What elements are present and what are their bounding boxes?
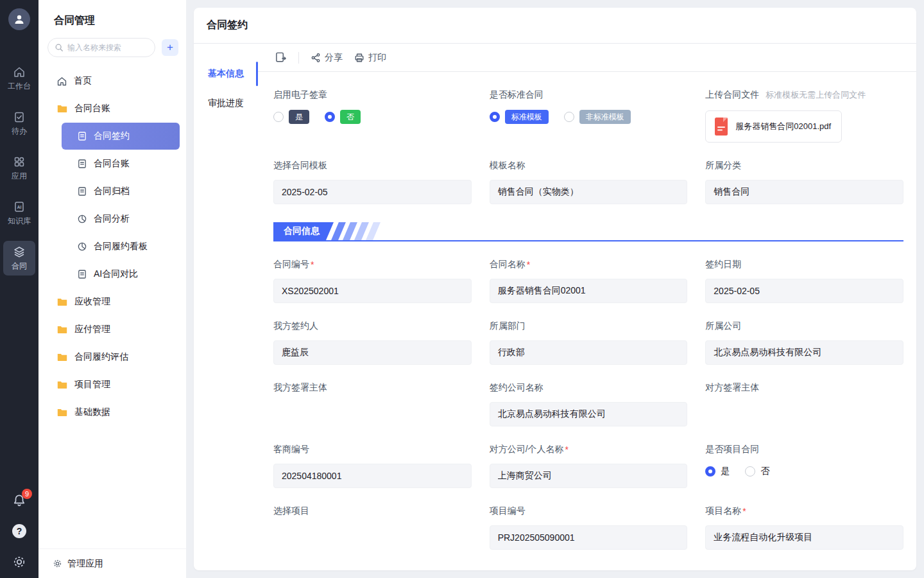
- contract-name-input[interactable]: [490, 279, 688, 303]
- section-contract-info: 合同信息: [273, 221, 903, 241]
- rail-item-apps[interactable]: 应用: [3, 151, 35, 186]
- radio-project-yes[interactable]: 是: [705, 466, 730, 477]
- sign-company-input[interactable]: [490, 402, 688, 426]
- share-icon: [311, 53, 321, 63]
- folder-icon: [56, 379, 68, 390]
- clipboard-check-icon: [13, 110, 26, 123]
- sidebar-item-base-data[interactable]: 基础数据: [45, 399, 180, 426]
- vertical-tabs: 基本信息 审批进度: [194, 44, 258, 570]
- sidebar-item-performance-board[interactable]: 合同履约看板: [62, 233, 180, 260]
- tab-approval-progress[interactable]: 审批进度: [194, 89, 258, 118]
- avatar[interactable]: [8, 8, 30, 30]
- sign-date-input[interactable]: [705, 279, 903, 303]
- toolbar-divider: [298, 52, 299, 64]
- department-input[interactable]: [490, 340, 688, 365]
- export-doc-button[interactable]: [275, 51, 287, 64]
- folder-icon: [56, 296, 68, 308]
- field-counterparty: 对方公司/个人名称*: [490, 443, 688, 488]
- contract-file-card[interactable]: 服务器销售合同02001.pdf: [705, 110, 842, 143]
- customer-no-input[interactable]: [273, 464, 472, 488]
- sidebar-item-contract-ledger-group[interactable]: 合同台账: [45, 95, 180, 122]
- home-icon: [13, 66, 26, 78]
- category-input[interactable]: [705, 180, 903, 204]
- add-button[interactable]: +: [162, 39, 178, 56]
- field-template-date: 选择合同模板: [273, 159, 472, 204]
- sidebar-menu: 首页 合同台账 合同签约 合同台账 合同归档: [38, 57, 186, 548]
- radio-esign-yes[interactable]: 是: [273, 110, 309, 124]
- print-button[interactable]: 打印: [354, 52, 386, 64]
- document-icon: [77, 269, 87, 279]
- pie-chart-icon: [77, 214, 87, 224]
- folder-icon: [56, 103, 68, 114]
- rail-item-workbench[interactable]: 工作台: [3, 61, 35, 96]
- rail-item-knowledge[interactable]: AI 知识库: [3, 196, 35, 231]
- contract-form: 启用电子签章 是 否: [258, 72, 916, 570]
- sidebar-item-contract-signing[interactable]: 合同签约: [62, 123, 180, 150]
- template-date-input[interactable]: [273, 180, 472, 204]
- tab-basic-info[interactable]: 基本信息: [194, 59, 258, 89]
- settings-button[interactable]: [12, 555, 26, 569]
- radio-esign-no[interactable]: 否: [325, 110, 361, 124]
- counterparty-input[interactable]: [490, 464, 688, 488]
- user-icon: [13, 13, 26, 26]
- field-standard-contract: 是否标准合同 标准模板 非标准模板: [490, 89, 688, 143]
- field-company: 所属公司: [705, 320, 903, 365]
- home-icon: [56, 76, 67, 87]
- ribbon-stripe: [366, 222, 381, 240]
- sidebar-item-project-mgmt[interactable]: 项目管理: [45, 371, 180, 398]
- field-contract-no: 合同编号*: [273, 258, 472, 303]
- manage-apps-button[interactable]: 管理应用: [38, 548, 186, 578]
- radio-icon: [273, 112, 284, 122]
- sidebar-item-payables[interactable]: 应付管理: [45, 316, 180, 343]
- folder-icon: [56, 407, 68, 418]
- rail-item-contract[interactable]: 合同: [3, 241, 35, 276]
- sidebar-item-contract-analysis[interactable]: 合同分析: [62, 206, 180, 232]
- help-button[interactable]: ?: [12, 524, 26, 538]
- sidebar-item-contract-ledger[interactable]: 合同台账: [62, 150, 180, 177]
- project-no-input[interactable]: [490, 525, 688, 550]
- radio-selected-icon: [705, 466, 715, 477]
- share-button[interactable]: 分享: [311, 52, 343, 64]
- ai-doc-icon: AI: [13, 200, 26, 213]
- company-input[interactable]: [705, 340, 903, 365]
- document-icon: [77, 159, 87, 169]
- grid-icon: [13, 155, 26, 168]
- svg-text:AI: AI: [17, 205, 22, 209]
- field-esign: 启用电子签章 是 否: [273, 89, 472, 143]
- sidebar-item-performance-eval[interactable]: 合同履约评估: [45, 344, 180, 371]
- our-signer-input[interactable]: [273, 340, 472, 365]
- field-select-project: 选择项目: [273, 505, 472, 550]
- radio-selected-icon: [325, 112, 335, 122]
- radio-standard-template[interactable]: 标准模板: [490, 110, 549, 124]
- folder-icon: [56, 324, 68, 335]
- document-icon: [77, 186, 87, 197]
- rail-item-todo[interactable]: 待办: [3, 106, 35, 141]
- export-doc-icon: [275, 51, 287, 64]
- radio-icon: [745, 466, 755, 477]
- search-box[interactable]: [47, 38, 155, 57]
- app-rail: 工作台 待办 应用 AI 知识库 合同: [0, 0, 38, 578]
- field-our-signer: 我方签约人: [273, 320, 472, 365]
- notification-badge: 9: [22, 489, 32, 499]
- radio-nonstandard-template[interactable]: 非标准模板: [564, 110, 631, 124]
- field-our-entity: 我方签署主体: [273, 381, 472, 426]
- sidebar-item-ai-compare[interactable]: AI合同对比: [62, 261, 180, 288]
- main-content: 合同签约 基本信息 审批进度: [186, 0, 924, 578]
- page-title: 合同签约: [194, 8, 916, 44]
- sidebar-item-home[interactable]: 首页: [45, 67, 180, 94]
- section-title: 合同信息: [273, 222, 334, 240]
- template-name-input[interactable]: [490, 180, 688, 204]
- field-project-no: 项目编号: [490, 505, 688, 550]
- field-contract-name: 合同名称*: [490, 258, 688, 303]
- field-is-project: 是否项目合同 是 否: [705, 443, 903, 488]
- sidebar-item-contract-archive[interactable]: 合同归档: [62, 178, 180, 205]
- field-sign-date: 签约日期: [705, 258, 903, 303]
- radio-project-no[interactable]: 否: [745, 466, 769, 477]
- notifications-button[interactable]: 9: [12, 493, 26, 507]
- search-input[interactable]: [67, 43, 148, 52]
- project-name-input[interactable]: [705, 525, 903, 550]
- contract-no-input[interactable]: [273, 279, 472, 303]
- field-department: 所属部门: [490, 320, 688, 365]
- document-icon: [77, 131, 87, 141]
- sidebar-item-receivables[interactable]: 应收管理: [45, 288, 180, 315]
